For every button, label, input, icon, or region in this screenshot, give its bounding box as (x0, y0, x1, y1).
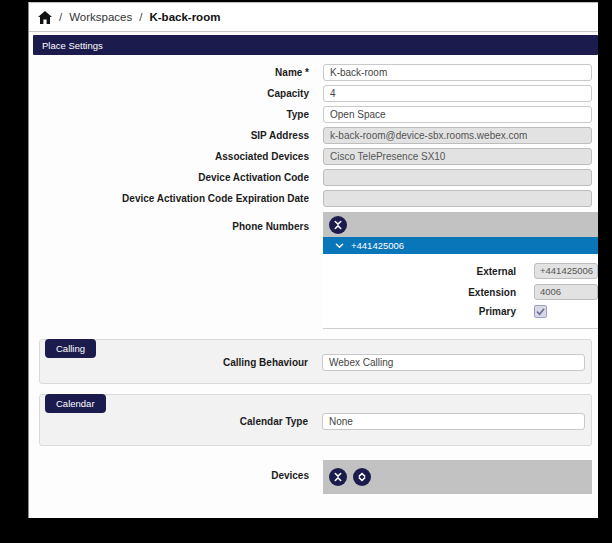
check-icon (536, 308, 545, 316)
calling-behaviour-label: Calling Behaviour (40, 357, 308, 368)
collapse-all-icon[interactable] (329, 468, 347, 486)
calendar-section: Calendar Calendar Type None (39, 394, 592, 446)
external-input: +441425006 (534, 263, 598, 279)
form-row-activation-expiry: Device Activation Code Expiration Date (29, 188, 598, 209)
primary-row: Primary (323, 305, 598, 318)
breadcrumb-workspaces-link[interactable]: Workspaces (69, 11, 132, 23)
phone-number-header[interactable]: +441425006 (323, 237, 598, 254)
sip-address-label: SIP Address (29, 130, 309, 141)
form-row-calendar-type: Calendar Type None (40, 395, 591, 445)
calling-section: Calling Calling Behaviour Webex Calling (39, 339, 592, 384)
activation-expiry-input (323, 190, 592, 207)
calendar-section-box: Calendar Type None (39, 394, 592, 446)
associated-devices-label: Associated Devices (29, 151, 309, 162)
extension-row: Extension 4006 (323, 284, 598, 300)
activation-expiry-label: Device Activation Code Expiration Date (29, 193, 309, 204)
breadcrumb-current-page: K-back-room (149, 11, 220, 23)
breadcrumb-separator: / (59, 11, 62, 23)
devices-label: Devices (29, 460, 309, 494)
name-input[interactable]: K-back-room (323, 64, 592, 81)
calendar-type-input[interactable]: None (322, 413, 585, 430)
collapse-all-icon[interactable] (329, 216, 347, 234)
form-row-sip-address: SIP Address k-back-room@device-sbx.rooms… (29, 125, 598, 146)
activation-code-input (323, 169, 592, 186)
activation-code-label: Device Activation Code (29, 172, 309, 183)
calling-section-tab[interactable]: Calling (45, 339, 96, 358)
calling-behaviour-input[interactable]: Webex Calling (322, 354, 585, 371)
screen-frame: / Workspaces / K-back-room Place Setting… (0, 0, 612, 543)
calendar-type-label: Calendar Type (40, 416, 308, 427)
associated-devices-input: Cisco TelePresence SX10 (323, 148, 592, 165)
primary-label: Primary (323, 306, 516, 317)
form-row-devices: Devices (29, 460, 598, 494)
phone-numbers-block: +441425006 External +441425006 Extension… (323, 212, 598, 329)
form-row-associated-devices: Associated Devices Cisco TelePresence SX… (29, 146, 598, 167)
home-icon[interactable] (38, 11, 52, 24)
phone-number-detail-panel: External +441425006 Extension 4006 Prima… (323, 254, 598, 329)
devices-toolbar (323, 460, 592, 494)
workspace-settings-page: / Workspaces / K-back-room Place Setting… (28, 2, 598, 518)
form-row-type: Type Open Space (29, 104, 598, 125)
extension-input: 4006 (534, 284, 598, 300)
breadcrumb: / Workspaces / K-back-room (29, 3, 598, 32)
phone-number-value: +441425006 (351, 240, 404, 251)
name-label: Name * (29, 67, 309, 78)
form-row-phone-numbers: Phone Numbers + (29, 212, 598, 329)
tab-place-settings[interactable]: Place Settings (33, 35, 598, 55)
capacity-input[interactable]: 4 (323, 85, 592, 102)
place-settings-form: Name * K-back-room Capacity 4 Type Open … (29, 62, 598, 494)
sip-address-input: k-back-room@device-sbx.rooms.webex.com (323, 127, 592, 144)
extension-label: Extension (323, 287, 516, 298)
breadcrumb-separator: / (139, 11, 142, 23)
phone-numbers-label: Phone Numbers (29, 212, 309, 329)
external-label: External (323, 266, 516, 277)
chevron-down-icon (335, 242, 344, 250)
form-row-activation-code: Device Activation Code (29, 167, 598, 188)
form-row-capacity: Capacity 4 (29, 83, 598, 104)
type-label: Type (29, 109, 309, 120)
expand-all-icon[interactable] (353, 468, 371, 486)
primary-checkbox[interactable] (534, 305, 547, 318)
external-row: External +441425006 (323, 263, 598, 279)
type-input[interactable]: Open Space (323, 106, 592, 123)
phone-numbers-toolbar (323, 212, 598, 237)
form-row-calling-behaviour: Calling Behaviour Webex Calling (40, 340, 591, 383)
calling-section-box: Calling Behaviour Webex Calling (39, 339, 592, 384)
calendar-section-tab[interactable]: Calendar (45, 394, 106, 413)
capacity-label: Capacity (29, 88, 309, 99)
form-row-name: Name * K-back-room (29, 62, 598, 83)
